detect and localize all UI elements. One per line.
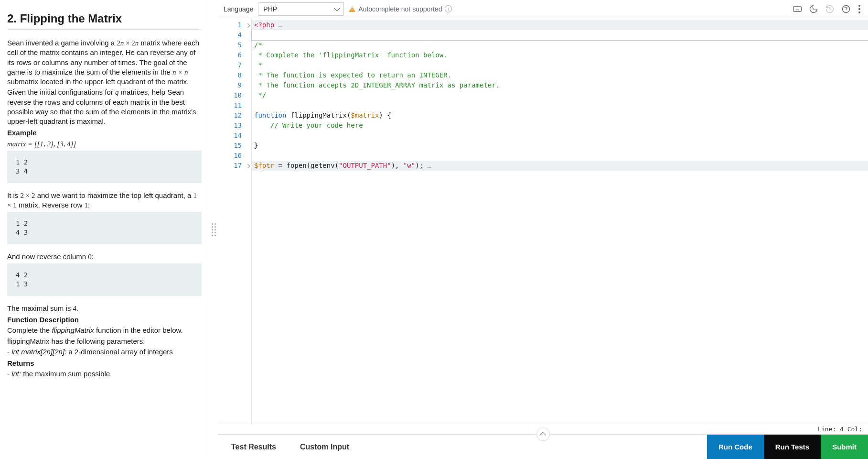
code-block-2: 1 2 4 3 [7,212,202,244]
autocomplete-warning-text: Autocomplete not supported [358,5,442,13]
fold-gutter[interactable] [244,18,251,424]
function-description-head: Function Description [7,315,202,325]
problem-intro: Sean invented a game involving a 2n × 2n… [7,38,202,87]
bottom-tabs: Test Results Custom Input [218,435,707,459]
line-number-gutter: 14567891011121314151617 [218,18,244,424]
collapse-chevron-up-icon[interactable] [536,427,550,441]
code-line[interactable] [252,100,868,110]
code-line[interactable]: * [252,60,868,70]
code-line[interactable]: * The function is expected to return an … [252,70,868,80]
code-line[interactable]: * The function accepts 2D_INTEGER_ARRAY … [252,80,868,90]
run-tests-button[interactable]: Run Tests [764,435,821,459]
language-select-wrapper[interactable]: PHP [258,2,344,16]
code-line[interactable]: * Complete the 'flippingMatrix' function… [252,50,868,60]
example-label: Example [7,128,202,138]
code-line[interactable]: <?php … [252,20,868,30]
run-code-button[interactable]: Run Code [707,435,764,459]
keyboard-icon[interactable] [792,3,803,15]
para-after-code2: And now reverse column 0: [7,252,202,262]
para-after-code1: It is 2 × 2 and we want to maximize the … [7,191,202,210]
code-editor[interactable]: 14567891011121314151617 <?php …/* * Comp… [218,18,868,424]
cursor-position: Line: 4 Col: [817,426,862,433]
code-line[interactable] [252,151,868,161]
code-content[interactable]: <?php …/* * Complete the 'flippingMatrix… [251,18,868,424]
problem-title: 2. Flipping the Matrix [7,12,202,25]
editor-toolbar: Language PHP Autocomplete not supported … [218,0,868,18]
returns-head: Returns [7,359,202,368]
language-label: Language [224,5,253,13]
function-params-head: flippingMatrix has the following paramet… [7,337,202,346]
code-line[interactable] [252,131,868,141]
maximal-sum: The maximal sum is 4. [7,304,202,313]
code-block-1: 1 2 3 4 [7,151,202,183]
language-select[interactable]: PHP [258,2,344,16]
panel-resize-handle[interactable] [209,0,218,459]
code-line[interactable] [252,30,868,40]
svg-rect-0 [793,7,802,11]
autocomplete-warning: Autocomplete not supported i [349,5,452,13]
matrix-equation: matrix = [[1, 2], [3, 4]] [7,139,202,149]
tab-custom-input[interactable]: Custom Input [300,443,349,451]
submit-button[interactable]: Submit [821,435,868,459]
function-param-1: - int matrix[2n][2n]: a 2-dimensional ar… [7,347,202,357]
code-line[interactable]: $fptr = fopen(getenv("OUTPUT_PATH"), "w"… [252,161,868,171]
code-line[interactable]: // Write your code here [252,120,868,131]
info-icon[interactable]: i [445,5,452,12]
code-line[interactable]: } [252,141,868,151]
code-line[interactable]: function flippingMatrix($matrix) { [252,110,868,120]
history-icon[interactable] [824,3,836,15]
code-line[interactable]: */ [252,90,868,100]
help-icon[interactable] [840,3,852,15]
problem-body: Sean invented a game involving a 2n × 2n… [7,38,202,379]
warning-icon [349,6,355,12]
bottom-bar-wrap: Test Results Custom Input Run Code Run T… [218,434,868,459]
returns-body: - int: the maximum sum possible [7,369,202,379]
code-block-3: 4 2 1 3 [7,263,202,296]
function-description-body: Complete the flippingMatrix function in … [7,326,202,335]
editor-panel: Language PHP Autocomplete not supported … [218,0,868,459]
problem-panel: 2. Flipping the Matrix Sean invented a g… [0,0,209,459]
problem-intro-2: Given the initial configurations for q m… [7,87,202,126]
title-rule [7,29,202,30]
code-line[interactable]: /* [252,40,868,50]
tab-test-results[interactable]: Test Results [231,443,276,451]
more-menu-icon[interactable] [857,3,862,15]
moon-icon[interactable] [808,3,819,15]
